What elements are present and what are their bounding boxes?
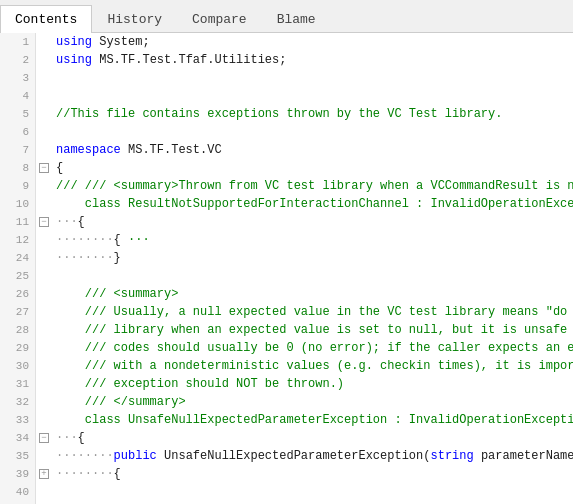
line-number: 28 [0,321,35,339]
collapse-column: −−−++ [36,33,52,504]
code-area: 1234567891011122425262728293031323334353… [0,33,573,504]
code-text: class UnsafeNullExpectedParameterExcepti… [56,413,573,427]
code-line: /// <summary> [56,285,573,303]
code-line [56,87,573,105]
code-line: using System; [56,33,573,51]
collapse-cell [36,285,52,303]
line-number: 34 [0,429,35,447]
line-number: 29 [0,339,35,357]
collapse-cell [36,447,52,465]
code-line [56,123,573,141]
line-number: 32 [0,393,35,411]
code-content: using System;using MS.TF.Test.Tfaf.Utili… [52,33,573,504]
line-number: 10 [0,195,35,213]
line-number: 11 [0,213,35,231]
code-line: ········{ [56,465,573,483]
code-text: /// library when an expected value is se… [56,323,573,337]
line-number: 5 [0,105,35,123]
code-line [56,483,573,501]
line-number: 12 [0,231,35,249]
collapse-cell [36,303,52,321]
line-number: 3 [0,69,35,87]
collapse-cell [36,51,52,69]
collapse-cell [36,33,52,51]
code-line: ···{ [56,429,573,447]
line-number: 6 [0,123,35,141]
code-line: /// codes should usually be 0 (no error)… [56,339,573,357]
app-window: Contents History Compare Blame 123456789… [0,0,573,504]
collapse-minus-icon[interactable]: − [39,433,49,443]
collapse-cell [36,141,52,159]
code-text: /// codes should usually be 0 (no error)… [56,341,573,355]
code-line: ···{ [56,213,573,231]
tab-bar: Contents History Compare Blame [0,0,573,33]
line-number: 31 [0,375,35,393]
code-text: /// with a nondeterministic values (e.g.… [56,359,573,373]
collapse-cell [36,105,52,123]
tab-compare[interactable]: Compare [177,5,262,33]
code-line: class ResultNotSupportedForInteractionCh… [56,195,573,213]
collapse-cell [36,483,52,501]
code-line: /// library when an expected value is se… [56,321,573,339]
expand-plus-icon[interactable]: + [39,469,49,479]
tab-contents[interactable]: Contents [0,5,92,33]
line-number: 9 [0,177,35,195]
code-line: namespace MS.TF.Test.VC [56,141,573,159]
collapse-minus-icon[interactable]: − [39,163,49,173]
code-text: class ResultNotSupportedForInteractionCh… [56,197,573,211]
collapse-cell [36,267,52,285]
code-line: ········public UnsafeNullExpectedParamet… [56,447,573,465]
line-number: 40 [0,483,35,501]
tab-blame[interactable]: Blame [262,5,331,33]
code-text: { [56,161,63,175]
collapse-cell[interactable]: − [36,213,52,231]
code-line: ········} [56,249,573,267]
collapse-cell [36,375,52,393]
code-text: ········{ ··· [56,233,150,247]
collapse-cell [36,231,52,249]
code-line: /// </summary> [56,393,573,411]
collapse-cell [36,69,52,87]
line-number: 1 [0,33,35,51]
code-text: ········public UnsafeNullExpectedParamet… [56,449,573,463]
code-line: /// Usually, a null expected value in th… [56,303,573,321]
code-text: ···{ [56,215,85,229]
code-line: /// with a nondeterministic values (e.g.… [56,357,573,375]
line-numbers: 1234567891011122425262728293031323334353… [0,33,36,504]
tab-history[interactable]: History [92,5,177,33]
line-number: 33 [0,411,35,429]
collapse-cell[interactable]: − [36,429,52,447]
code-line: using MS.TF.Test.Tfaf.Utilities; [56,51,573,69]
collapse-cell [36,393,52,411]
code-line: { [56,159,573,177]
collapse-minus-icon[interactable]: − [39,217,49,227]
line-number: 35 [0,447,35,465]
code-line: //This file contains exceptions thrown b… [56,105,573,123]
collapse-cell [36,339,52,357]
collapse-cell[interactable]: − [36,159,52,177]
collapse-cell [36,177,52,195]
collapse-cell [36,195,52,213]
code-text: /// </summary> [56,395,186,409]
code-text: ···{ [56,431,85,445]
code-text: ········} [56,251,121,265]
code-line: class UnsafeNullExpectedParameterExcepti… [56,411,573,429]
code-text: using System; [56,35,150,49]
collapse-cell [36,249,52,267]
collapse-cell [36,411,52,429]
code-text: /// Usually, a null expected value in th… [56,305,573,319]
code-text: /// exception should NOT be thrown.) [56,377,344,391]
code-line [56,69,573,87]
collapse-cell [36,123,52,141]
collapse-cell [36,321,52,339]
line-number: 2 [0,51,35,69]
code-line [56,267,573,285]
collapse-cell[interactable]: + [36,465,52,483]
code-line: ········{ ··· [56,231,573,249]
collapse-cell [36,87,52,105]
line-number: 25 [0,267,35,285]
collapse-cell [36,357,52,375]
line-number: 4 [0,87,35,105]
line-number: 27 [0,303,35,321]
code-text: /// /// <summary>Thrown from VC test lib… [56,179,573,193]
